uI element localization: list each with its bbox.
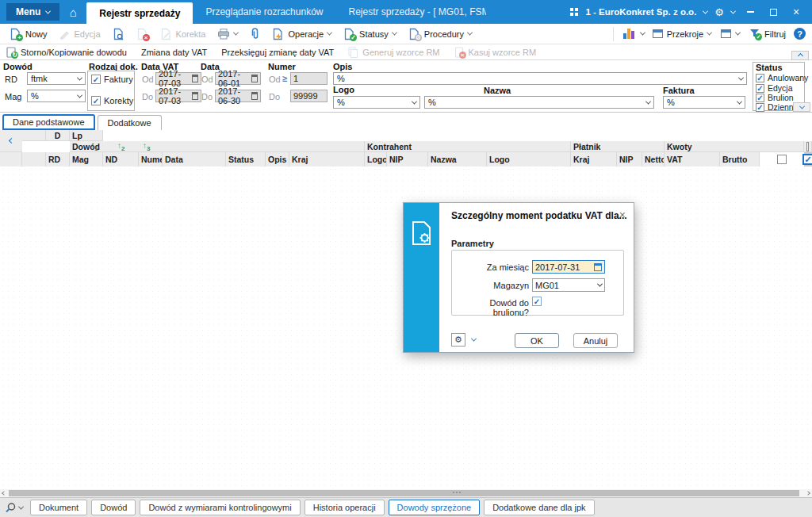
col-nazwa[interactable]: Nazwa <box>428 152 487 167</box>
status-anulowany-option[interactable]: Anulowany <box>756 73 808 82</box>
settings-chevron-icon[interactable] <box>730 8 736 13</box>
delete-rm-button[interactable]: × Kasuj wzorce RM <box>453 46 538 59</box>
col-group-kontrahent[interactable]: Kontrahent <box>365 141 571 152</box>
scroll-left-arrow[interactable] <box>0 489 8 497</box>
col-brutto[interactable]: Brutto <box>720 152 760 167</box>
collapse-filter-button[interactable] <box>791 51 809 60</box>
dialog-settings-chevron-icon[interactable] <box>471 336 477 342</box>
maximize-button[interactable] <box>765 0 781 24</box>
settings-gear-icon[interactable] <box>714 6 724 18</box>
select-all-cell[interactable] <box>804 141 812 152</box>
col-platnik-logo[interactable]: Logo <box>487 152 571 167</box>
calendar-icon[interactable] <box>192 75 198 82</box>
dialog-settings-button[interactable] <box>451 333 465 347</box>
col-numer[interactable]: Numer <box>139 152 163 167</box>
col-platnik-nip[interactable]: NIP <box>617 152 642 167</box>
window-tab-rejestr-sprzedazy[interactable]: Rejestr sprzedaży <box>86 2 193 24</box>
procedures-button[interactable]: ⚙ Procedury <box>404 26 477 42</box>
nazwa-select[interactable]: % <box>424 96 654 109</box>
col-rd[interactable]: RD <box>46 152 70 167</box>
bottom-tab-dowod[interactable]: Dowód <box>91 500 136 515</box>
col-nip[interactable]: NIP <box>387 152 428 167</box>
edycja-checkbox[interactable] <box>756 84 764 93</box>
numer-do-input[interactable]: 99999 <box>290 90 327 102</box>
storno-copy-button[interactable]: ↻ Storno/Kopiowanie dowodu <box>5 46 128 59</box>
attachment-button[interactable] <box>245 26 265 42</box>
col-netto[interactable]: Netto <box>642 152 665 167</box>
new-button[interactable]: + Nowy <box>5 26 52 42</box>
status-edycja-option[interactable]: Edycja <box>756 83 793 93</box>
filter-button[interactable]: ✓ Filtruj <box>748 27 787 41</box>
operations-button[interactable]: Operacje <box>267 26 336 42</box>
col-group-kwoty[interactable]: Kwoty <box>665 141 804 152</box>
bottom-tab-dowody-sprzezone[interactable]: Dowody sprzężone <box>389 500 481 515</box>
brulion-checkbox[interactable] <box>532 297 542 306</box>
anulowany-checkbox[interactable] <box>756 74 764 82</box>
col-group-lp[interactable]: Lp <box>70 130 103 141</box>
col-mag[interactable]: Mag <box>70 152 103 167</box>
preview-button[interactable] <box>5 502 23 514</box>
cross-sections-button[interactable]: Przekroje <box>651 28 713 40</box>
dialog-close-button[interactable] <box>619 209 626 221</box>
data-vat-do-input[interactable]: 2017-07-03 <box>155 90 201 102</box>
data-od-input[interactable]: 2017-06-01 <box>215 72 261 85</box>
alerts-button[interactable] <box>719 28 741 40</box>
splitter-grip[interactable] <box>453 492 461 493</box>
cancel-button[interactable]: Anuluj <box>573 333 618 348</box>
tab-dodatkowe[interactable]: Dodatkowe <box>98 115 162 130</box>
close-button[interactable] <box>788 0 804 24</box>
calendar-icon[interactable] <box>251 92 258 100</box>
scroll-right-arrow[interactable] <box>804 489 812 497</box>
col-kraj[interactable]: Kraj <box>289 152 365 167</box>
repost-vat-date-button[interactable]: Przeksięguj zmianę daty VAT <box>220 47 335 58</box>
d-checkbox-checked[interactable] <box>802 154 812 165</box>
row-checkbox[interactable] <box>777 155 787 164</box>
scrollbar-thumb[interactable] <box>9 490 799 496</box>
col-nd[interactable]: ND <box>103 152 139 167</box>
minimize-button[interactable] <box>742 0 758 24</box>
statuses-button[interactable]: ✓ Statusy <box>339 26 401 42</box>
za-miesiac-input[interactable]: 2017-07-31 <box>532 260 605 274</box>
generate-rm-button[interactable]: Generuj wzorce RM <box>347 46 441 59</box>
numer-od-input[interactable]: 1 <box>290 72 327 85</box>
dziennik-checkbox[interactable] <box>756 103 764 112</box>
view-document-button[interactable] <box>108 26 129 42</box>
chart-icon[interactable] <box>623 29 634 39</box>
opis-select[interactable]: % <box>333 72 747 85</box>
bottom-tab-dowod-wymiary[interactable]: Dowód z wymiarami kontrolingowymi <box>140 500 300 515</box>
logo-select[interactable]: % <box>333 96 420 109</box>
status-brulion-option[interactable]: Brulion <box>756 93 794 102</box>
calendar-icon[interactable] <box>594 263 602 271</box>
row-select-cell[interactable] <box>760 152 804 167</box>
data-do-input[interactable]: 2017-06-30 <box>215 90 261 102</box>
window-tab-przegladanie-rozrachunkow[interactable]: Przeglądanie rozrachunków <box>193 0 335 24</box>
col-status[interactable]: Status <box>226 152 266 167</box>
col-data[interactable]: Data <box>163 152 226 167</box>
brulion-checkbox[interactable] <box>756 94 764 102</box>
bottom-tab-dokument[interactable]: Dokument <box>30 500 87 515</box>
collapse-columns-button[interactable] <box>0 130 22 152</box>
correction-button[interactable]: Korekta <box>155 26 211 42</box>
row-d-cell-selected[interactable] <box>804 152 812 167</box>
korekty-checkbox[interactable] <box>91 96 101 105</box>
home-button[interactable] <box>59 0 86 24</box>
col-logo[interactable]: Logo <box>365 152 387 167</box>
edit-button[interactable]: Edycja <box>55 27 105 41</box>
col-platnik-kraj[interactable]: Kraj <box>571 152 617 167</box>
app-switcher-icon[interactable] <box>570 8 578 16</box>
help-icon[interactable] <box>794 28 806 40</box>
chart-chevron-icon[interactable] <box>640 30 645 36</box>
calendar-icon[interactable] <box>192 92 198 100</box>
bottom-tab-historia[interactable]: Historia operacji <box>304 500 385 515</box>
company-selector[interactable]: 1 - EuroKonkret Sp. z o.o. <box>585 7 696 17</box>
ok-button[interactable]: OK <box>515 333 559 348</box>
col-group-d[interactable]: D <box>46 130 70 141</box>
bottom-tab-jpk[interactable]: Dodatkowe dane dla jpk <box>484 500 594 515</box>
tab-dane-podstawowe[interactable]: Dane podstawowe <box>2 114 95 130</box>
menu-button[interactable]: Menu <box>6 3 59 21</box>
mag-select[interactable]: % <box>27 90 86 102</box>
company-chevron-icon[interactable] <box>703 8 708 13</box>
rd-select[interactable]: ftmk <box>27 72 86 85</box>
faktura-select[interactable]: % <box>663 96 745 109</box>
col-opis[interactable]: Opis <box>266 152 289 167</box>
